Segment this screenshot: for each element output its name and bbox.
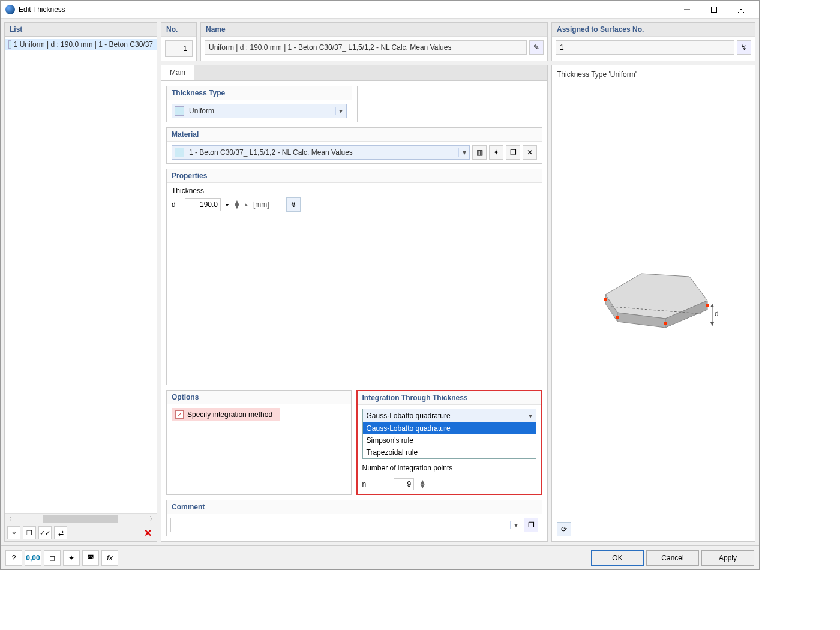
preview-text: Thickness Type 'Uniform'	[557, 70, 750, 79]
new-item-button[interactable]: ✧	[7, 526, 20, 539]
n-label: n	[362, 480, 367, 488]
d-unit: [mm]	[253, 200, 269, 209]
svg-marker-15	[710, 304, 714, 307]
main-layout: List 1 Uniform | d : 190.0 mm | 1 - Beto…	[1, 19, 759, 545]
assigned-label: Assigned to Surfaces No.	[552, 23, 755, 37]
fx-button[interactable]: fx	[101, 550, 118, 566]
list-panel: List 1 Uniform | d : 190.0 mm | 1 - Beto…	[4, 22, 157, 542]
material-copy-button[interactable]: ❐	[506, 145, 520, 160]
material-label: Material	[167, 128, 542, 142]
pick-icon: ↯	[741, 43, 747, 52]
preview-panel: Thickness Type 'Uniform' d	[551, 65, 755, 542]
axes-icon: ✦	[68, 554, 74, 562]
integration-option[interactable]: Gauss-Lobatto quadrature	[363, 422, 536, 434]
horizontal-scrollbar[interactable]: 〈 〉	[5, 513, 157, 524]
scroll-left-icon[interactable]: 〈	[6, 515, 12, 523]
preview-column: Thickness Type 'Uniform' d	[551, 65, 755, 542]
chevron-down-icon[interactable]: ▾	[226, 202, 229, 208]
minimize-button[interactable]	[673, 1, 700, 18]
material-combo[interactable]: 1 - Beton C30/37_ L1,5/1,2 - NL Calc. Me…	[172, 145, 470, 160]
integration-label: Integration Through Thickness	[358, 391, 542, 405]
tab-main[interactable]: Main	[161, 65, 194, 80]
svg-point-9	[604, 298, 607, 301]
delete-item-button[interactable]: ✕	[141, 526, 154, 539]
list-area: 1 Uniform | d : 190.0 mm | 1 - Beton C30…	[5, 37, 157, 513]
comment-label: Comment	[167, 500, 542, 514]
nip-label: Number of integration points	[362, 464, 537, 472]
thickness-preview-icon: d	[587, 247, 719, 355]
refresh-icon: ⟳	[561, 525, 567, 533]
material-swatch	[175, 148, 184, 157]
thickness-sublabel: Thickness	[172, 187, 537, 195]
svg-rect-1	[711, 7, 716, 12]
d-input[interactable]	[185, 198, 221, 211]
assigned-panel: Assigned to Surfaces No. ↯	[551, 22, 755, 61]
edit-name-button[interactable]: ✎	[529, 40, 544, 55]
svg-point-10	[706, 304, 709, 307]
specify-integration-checkbox[interactable]: ✓ Specify integration method	[172, 408, 280, 421]
view1-button[interactable]: ◻	[44, 550, 61, 566]
material-delete-button[interactable]: ✕	[523, 145, 537, 160]
fx-icon: fx	[107, 554, 112, 562]
help-button[interactable]: ?	[5, 550, 22, 566]
chevron-down-icon: ▾	[529, 412, 532, 420]
units-button[interactable]: 0,00	[25, 550, 41, 566]
material-value: 1 - Beton C30/37_ L1,5/1,2 - NL Calc. Me…	[187, 148, 458, 157]
help-icon: ?	[12, 554, 16, 562]
properties-group: Properties Thickness d ▾ ▲▼ ▸ [mm] ↯	[166, 169, 542, 385]
apply-button[interactable]: Apply	[701, 550, 754, 566]
view3-button[interactable]: ◚	[82, 550, 99, 566]
copy-icon: ❐	[510, 148, 517, 157]
integration-group: Integration Through Thickness Gauss-Loba…	[356, 390, 543, 495]
chevron-down-icon: ▾	[335, 107, 346, 115]
type-swatch	[175, 106, 184, 116]
spin-down-icon[interactable]: ▼	[419, 484, 426, 488]
specify-integration-label: Specify integration method	[187, 410, 272, 419]
check1-button[interactable]: ✓✓	[38, 526, 52, 539]
scroll-thumb[interactable]	[43, 515, 118, 523]
check2-button[interactable]: ⇄	[54, 526, 67, 539]
thickness-type-label: Thickness Type	[167, 86, 352, 100]
pencil-icon: ✎	[533, 43, 539, 52]
center-column: No. 1 Name ✎ Assigned to Surfaces No. ↯	[161, 22, 755, 542]
name-input[interactable]	[205, 40, 527, 55]
integration-option[interactable]: Trapezoidal rule	[363, 446, 536, 458]
tab-bar: Main	[161, 65, 548, 80]
chevron-down-icon: ▾	[458, 148, 469, 157]
pick-surfaces-button[interactable]: ↯	[737, 40, 751, 55]
maximize-button[interactable]	[700, 1, 727, 18]
material-new-button[interactable]: ✦	[489, 145, 503, 160]
scroll-right-icon[interactable]: 〉	[149, 515, 155, 523]
box-icon: ◻	[49, 554, 55, 562]
svg-point-12	[616, 316, 619, 319]
d-spinner[interactable]: ▲▼	[233, 200, 241, 209]
app-icon	[5, 5, 15, 14]
comment-copy-button[interactable]: ❐	[524, 518, 538, 532]
d-pick-button[interactable]: ↯	[286, 197, 301, 212]
svg-marker-16	[710, 322, 714, 326]
copy-item-button[interactable]: ❐	[23, 526, 36, 539]
n-input[interactable]	[394, 478, 414, 490]
list-item[interactable]: 1 Uniform | d : 190.0 mm | 1 - Beton C30…	[5, 39, 157, 50]
options-label: Options	[167, 391, 351, 404]
thickness-type-group: Thickness Type Uniform ▾	[166, 86, 352, 122]
step-right-icon[interactable]: ▸	[245, 202, 248, 208]
n-spinner[interactable]: ▲▼	[419, 480, 426, 488]
no-label: No.	[161, 23, 196, 37]
material-library-button[interactable]: ▥	[472, 145, 487, 160]
integration-method-combo[interactable]: Gauss-Lobatto quadrature ▾ Gauss-Lobatto…	[362, 409, 537, 459]
close-button[interactable]	[727, 1, 754, 18]
view2-button[interactable]: ✦	[63, 550, 80, 566]
preview-refresh-button[interactable]: ⟳	[557, 522, 571, 536]
assigned-input[interactable]	[556, 40, 734, 55]
ok-button[interactable]: OK	[591, 550, 644, 566]
comment-combo[interactable]: ▾	[170, 518, 521, 532]
cancel-button[interactable]: Cancel	[646, 550, 699, 566]
name-label: Name	[201, 23, 547, 37]
thickness-type-combo[interactable]: Uniform ▾	[172, 104, 347, 118]
options-group: Options ✓ Specify integration method	[166, 390, 352, 495]
no-value: 1	[165, 40, 193, 57]
integration-option[interactable]: Simpson's rule	[363, 434, 536, 446]
book-icon: ▥	[476, 148, 483, 157]
spin-down-icon[interactable]: ▼	[233, 205, 241, 209]
